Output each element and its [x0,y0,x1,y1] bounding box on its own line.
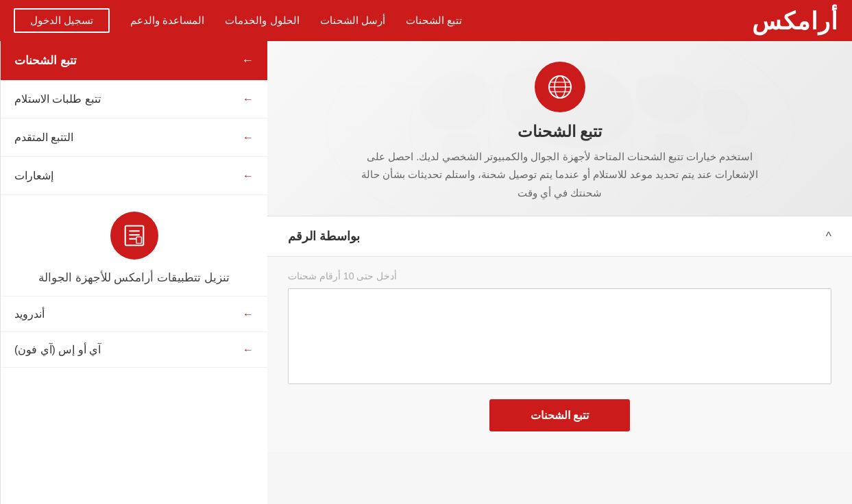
hero-title: تتبع الشحنات [518,122,602,141]
brand-logo: أرامكس [752,7,838,35]
sidebar-back-arrow[interactable]: ← [241,53,254,68]
form-hint: أدخل حتى 10 أرقام شحنات [288,270,831,281]
by-number-section: ^ بواسطة الرقم أدخل حتى 10 أرقام شحنات ت… [267,216,852,452]
nav-links: تتبع الشحنات أرسل الشحنات الحلول والخدما… [14,8,462,33]
tracking-form-area: أدخل حتى 10 أرقام شحنات تتبع الشحنات [267,257,852,452]
chevron-up-icon[interactable]: ^ [826,229,831,244]
sidebar-header-title: تتبع الشحنات [14,53,77,68]
app-icon-circle [110,212,158,260]
main-layout: ← تتبع الشحنات ← تتبع طلبات الاستلام ← ا… [0,41,852,504]
content-area: تتبع الشحنات استخدم خيارات تتبع الشحنات … [267,41,852,504]
nav-track[interactable]: تتبع الشحنات [406,14,462,27]
sidebar-item-android[interactable]: ← أندرويد [1,297,267,332]
sidebar-arrow-android: ← [243,308,254,320]
hero-description: استخدم خيارات تتبع الشحنات المتاحة لأجهز… [354,148,766,202]
track-button[interactable]: تتبع الشحنات [489,399,630,431]
by-number-title: بواسطة الرقم [288,229,360,244]
sidebar-header: ← تتبع الشحنات [1,41,267,80]
by-number-header: ^ بواسطة الرقم [267,216,852,257]
nav-support[interactable]: المساعدة والدعم [130,14,204,27]
sidebar-label-android: أندرويد [14,307,45,320]
sidebar-label-advanced: التتبع المتقدم [14,131,73,144]
navbar: أرامكس تتبع الشحنات أرسل الشحنات الحلول … [0,0,852,41]
app-book-icon [121,223,147,249]
globe-svg [546,73,574,101]
sidebar-label-notifications: إشعارات [14,169,53,182]
nav-solutions[interactable]: الحلول والخدمات [225,14,299,27]
hero-globe-icon [535,62,585,112]
sidebar-item-notifications[interactable]: ← إشعارات [1,157,267,195]
sidebar-item-advanced[interactable]: ← التتبع المتقدم [1,118,267,157]
sidebar-label-ios: آي أو إس (آي فون) [14,343,101,356]
tracking-input[interactable] [288,288,831,384]
nav-send[interactable]: أرسل الشحنات [320,14,385,27]
sidebar-arrow-pickup: ← [243,93,254,105]
login-button[interactable]: تسجيل الدخول [14,8,110,33]
hero-banner: تتبع الشحنات استخدم خيارات تتبع الشحنات … [267,41,852,216]
sidebar-arrow-ios: ← [243,344,254,356]
sidebar-item-pickup[interactable]: ← تتبع طلبات الاستلام [1,80,267,118]
app-title: تنزيل تتطبيقات أرامكس للأجهزة الجوالة [14,269,254,286]
sidebar-arrow-notifications: ← [243,170,254,182]
sidebar-item-ios[interactable]: ← آي أو إس (آي فون) [1,332,267,368]
app-download-section: تنزيل تتطبيقات أرامكس للأجهزة الجوالة [1,195,267,297]
sidebar: ← تتبع الشحنات ← تتبع طلبات الاستلام ← ا… [0,41,267,504]
sidebar-label-pickup: تتبع طلبات الاستلام [14,92,101,105]
sidebar-arrow-advanced: ← [243,131,254,144]
svg-rect-4 [136,237,141,244]
